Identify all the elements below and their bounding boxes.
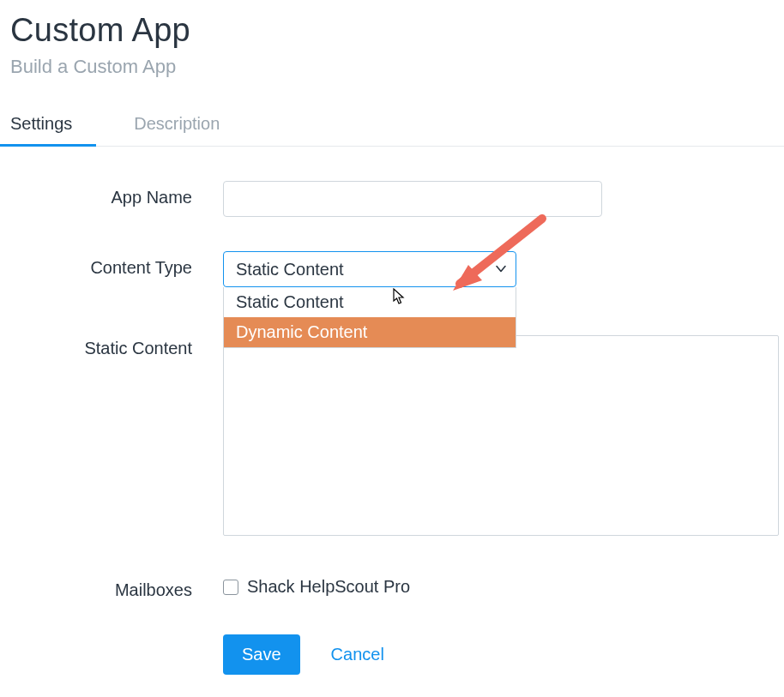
app-name-input[interactable] [223, 181, 602, 217]
save-button[interactable]: Save [223, 634, 300, 675]
mailboxes-label: Mailboxes [10, 574, 223, 600]
content-type-selected: Static Content [236, 260, 344, 279]
mailbox-checkbox[interactable] [223, 580, 238, 595]
tab-description[interactable]: Description [134, 104, 220, 146]
page-subtitle: Build a Custom App [10, 56, 784, 78]
page-title: Custom App [10, 12, 784, 49]
form-body: App Name Content Type Static Content Sta… [10, 147, 784, 675]
cancel-button[interactable]: Cancel [331, 645, 384, 664]
content-type-label: Content Type [10, 251, 223, 278]
mailbox-item-label: Shack HelpScout Pro [247, 577, 410, 597]
option-static-content[interactable]: Static Content [224, 287, 516, 317]
tab-settings[interactable]: Settings [10, 104, 72, 146]
chevron-down-icon [495, 260, 507, 279]
static-content-label: Static Content [10, 335, 223, 358]
app-name-label: App Name [10, 181, 223, 207]
tabs: Settings Description [0, 104, 784, 147]
static-content-textarea[interactable] [223, 335, 779, 536]
option-dynamic-content[interactable]: Dynamic Content [224, 317, 516, 347]
content-type-dropdown: Static Content Dynamic Content [223, 287, 516, 348]
content-type-select[interactable]: Static Content [223, 251, 516, 287]
